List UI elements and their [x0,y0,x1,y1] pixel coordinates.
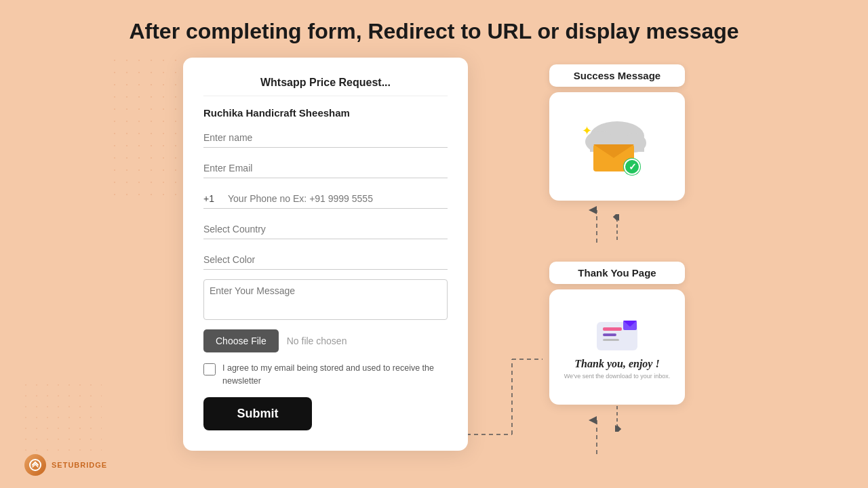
thank-you-section: Thank You Page Thank you, enjoy ! We've … [549,262,685,405]
phone-input[interactable] [228,188,448,208]
form-card: Whtsapp Price Request... Ruchika Handicr… [183,58,468,451]
arrow-connector-bottom [549,405,685,432]
name-input[interactable] [203,127,448,148]
message-textarea[interactable] [203,279,448,320]
email-illustration: ✦ ✓ [576,116,658,177]
submit-button[interactable]: Submit [203,397,312,430]
svg-text:✓: ✓ [629,161,637,172]
checkbox-label: I agree to my email being stored and use… [222,362,448,388]
file-row: Choose File No file chosen [203,329,448,352]
form-subtitle: Ruchika Handicraft Sheesham [203,107,448,119]
logo-svg [28,458,42,472]
svg-text:✦: ✦ [582,124,592,138]
bottom-logo: SETUBRIDGE [24,454,107,476]
main-layout: Whtsapp Price Request... Ruchika Handicr… [0,58,868,451]
svg-rect-13 [603,327,622,331]
logo-icon [24,454,46,476]
ty-envelope-icon [593,315,641,352]
thank-you-subtitle: We've sent the download to your inbox. [564,373,671,380]
success-preview-card: ✦ ✓ [549,92,685,201]
country-input[interactable] [203,218,448,239]
cloud-svg: ✦ ✓ [576,116,658,177]
svg-rect-14 [603,333,616,336]
thank-you-title: Thank you, enjoy ! [574,358,659,370]
success-section: Success Message ✦ [549,64,685,201]
thank-you-card: Thank you, enjoy ! We've sent the downlo… [549,289,685,405]
newsletter-checkbox[interactable] [203,363,216,375]
phone-row: +1 [203,188,448,209]
color-input[interactable] [203,249,448,270]
no-file-text: No file chosen [287,336,347,346]
page-title: After completing form, Redirect to URL o… [0,0,868,58]
form-header: Whtsapp Price Request... [203,77,448,96]
thank-you-badge: Thank You Page [549,262,685,284]
svg-rect-15 [603,339,619,341]
arrow-connector-top [549,214,685,241]
checkbox-row: I agree to my email being stored and use… [203,362,448,388]
email-input[interactable] [203,157,448,178]
right-panel: Success Message ✦ [549,58,685,432]
phone-code: +1 [203,188,228,208]
choose-file-button[interactable]: Choose File [203,329,279,352]
success-badge: Success Message [549,64,685,87]
logo-text: SETUBRIDGE [52,461,107,469]
arrow-up-area [549,214,685,241]
arrow-down-area [549,405,685,432]
